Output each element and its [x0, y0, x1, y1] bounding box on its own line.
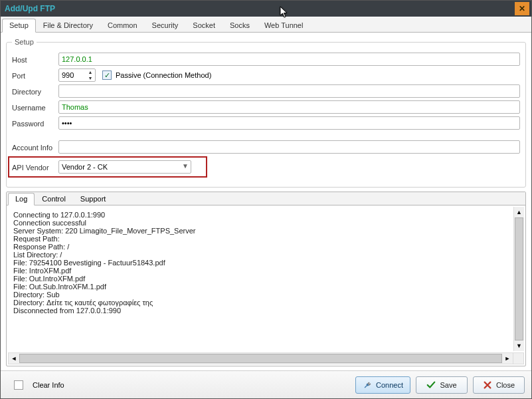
- tab-socks[interactable]: Socks: [222, 19, 257, 33]
- titlebar: Add/Upd FTP ✕: [1, 1, 531, 17]
- main-tab-bar: Setup File & Directory Common Security S…: [1, 18, 531, 33]
- tab-setup[interactable]: Setup: [2, 19, 36, 33]
- close-button[interactable]: Close: [473, 376, 525, 394]
- tab-common[interactable]: Common: [100, 19, 145, 33]
- save-button[interactable]: Save: [416, 376, 468, 394]
- port-spin-up[interactable]: ▲: [86, 69, 94, 75]
- password-field[interactable]: [58, 116, 520, 130]
- clear-info-label: Clear Info: [33, 381, 64, 389]
- footer-bar: ✓ Clear Info Connect Save Close: [1, 370, 531, 398]
- window-title: Add/Upd FTP: [5, 4, 55, 13]
- api-vendor-select[interactable]: [58, 160, 191, 174]
- plug-icon: [363, 380, 372, 390]
- label-api-vendor: API Vendor: [12, 162, 58, 172]
- label-host: Host: [12, 55, 58, 64]
- api-vendor-row: API Vendor ▼: [8, 156, 207, 178]
- window-close-button[interactable]: ✕: [515, 2, 529, 15]
- log-panel: Log Control Support Connecting to 127.0.…: [6, 192, 526, 366]
- tab-file-and-directory[interactable]: File & Directory: [36, 19, 100, 33]
- label-password: Password: [12, 118, 58, 128]
- scroll-up-arrow[interactable]: ▲: [514, 207, 524, 217]
- log-output: Connecting to 127.0.0.1:990 Connection s…: [9, 208, 513, 352]
- check-icon: [426, 380, 436, 390]
- scroll-right-arrow[interactable]: ►: [502, 353, 513, 364]
- log-tab-support[interactable]: Support: [73, 193, 114, 205]
- label-username: Username: [12, 102, 58, 112]
- tab-security[interactable]: Security: [145, 19, 186, 33]
- tab-socket[interactable]: Socket: [185, 19, 222, 33]
- setup-group: Setup Host Port ▲ ▼ ✓ Passive (Connectio…: [6, 38, 526, 188]
- log-tab-log[interactable]: Log: [8, 193, 35, 205]
- close-icon: [483, 380, 492, 390]
- scroll-left-arrow[interactable]: ◄: [9, 353, 19, 364]
- passive-checkbox[interactable]: ✓: [102, 70, 112, 80]
- account-info-field[interactable]: [58, 140, 520, 154]
- log-tab-control[interactable]: Control: [35, 193, 72, 205]
- passive-label: Passive (Connection Method): [116, 71, 211, 79]
- host-field[interactable]: [58, 53, 520, 66]
- log-tab-bar: Log Control Support: [7, 192, 525, 205]
- close-button-label: Close: [496, 381, 515, 389]
- scroll-down-arrow[interactable]: ▼: [514, 340, 524, 351]
- port-spin-down[interactable]: ▼: [86, 75, 94, 81]
- label-port: Port: [12, 70, 58, 80]
- label-directory: Directory: [12, 86, 58, 96]
- save-button-label: Save: [440, 381, 456, 389]
- scroll-corner: [513, 352, 524, 364]
- clear-info-checkbox[interactable]: ✓: [14, 380, 23, 390]
- horizontal-scrollbar[interactable]: ◄ ►: [8, 352, 513, 364]
- connect-button-label: Connect: [376, 381, 403, 389]
- setup-legend: Setup: [12, 38, 37, 46]
- vertical-scrollbar[interactable]: ▲ ▼: [513, 207, 524, 351]
- connect-button[interactable]: Connect: [355, 376, 410, 394]
- label-account-info: Account Info: [12, 142, 58, 152]
- username-field[interactable]: [58, 100, 520, 114]
- directory-field[interactable]: [58, 84, 520, 98]
- tab-web-tunnel[interactable]: Web Tunnel: [257, 19, 311, 33]
